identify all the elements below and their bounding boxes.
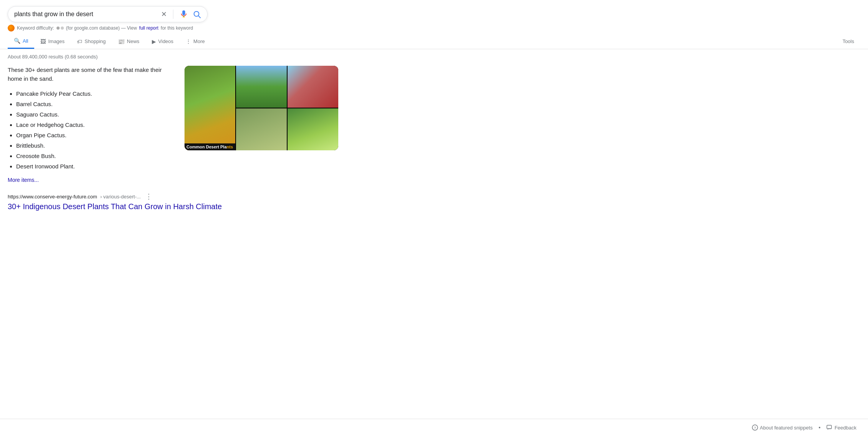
img-cell-cactus-1[interactable]: Common Desert Plants [185, 66, 235, 150]
tab-videos-label: Videos [158, 38, 174, 44]
tab-all[interactable]: 🔍 All [8, 34, 34, 49]
list-item: Creosote Bush. [16, 151, 173, 161]
search-icon[interactable] [193, 10, 201, 18]
kd-logo-icon [8, 25, 15, 32]
microphone-icon[interactable] [180, 10, 188, 18]
videos-tab-icon: ▶ [152, 38, 156, 45]
kd-full-report-link[interactable]: full report [139, 25, 158, 31]
list-item: Pancake Prickly Pear Cactus. [16, 88, 173, 99]
list-item: Saguaro Cactus. [16, 109, 173, 120]
tools-button[interactable]: Tools [836, 35, 860, 48]
keyword-difficulty-bar: Keyword difficulty: (for google.com data… [0, 22, 868, 34]
news-tab-icon: 📰 [118, 38, 125, 45]
clear-icon[interactable]: ✕ [161, 11, 167, 18]
search-area: ✕ [0, 0, 868, 22]
nav-tabs: 🔍 All 🖼 Images 🏷 Shopping 📰 News ▶ Video… [0, 34, 868, 49]
kd-suffix: for this keyword [161, 25, 193, 31]
results-count: About 89,400,000 results (0.68 seconds) [8, 54, 338, 60]
kd-dot [61, 27, 64, 30]
tab-shopping[interactable]: 🏷 Shopping [71, 35, 112, 48]
list-item: Organ Pipe Cactus. [16, 130, 173, 140]
snippet-image-collage: Common Desert Plants [185, 66, 338, 150]
search-input[interactable] [14, 11, 161, 18]
img-cell-cactus-5[interactable] [288, 108, 338, 150]
result-menu-icon[interactable]: ⋮ [145, 192, 152, 201]
tab-more[interactable]: ⋮ More [180, 35, 211, 48]
shopping-tab-icon: 🏷 [77, 38, 82, 45]
tab-videos[interactable]: ▶ Videos [146, 35, 180, 48]
tab-images-label: Images [48, 38, 65, 44]
more-tab-icon: ⋮ [186, 38, 191, 45]
more-items-link[interactable]: More items... [8, 177, 39, 183]
tab-all-label: All [23, 38, 28, 44]
img-cell-cactus-3[interactable] [288, 66, 338, 108]
kd-database-text: (for google.com database) — View [66, 25, 137, 31]
result-title-link[interactable]: 30+ Indigenous Desert Plants That Can Gr… [8, 202, 222, 211]
list-item: Barrel Cactus. [16, 99, 173, 109]
snippet-text: These 30+ desert plants are some of the … [8, 66, 173, 183]
kd-difficulty-dots [57, 27, 64, 30]
list-item: Brittlebush. [16, 140, 173, 151]
img-cell-cactus-4[interactable] [236, 108, 287, 150]
featured-snippet: These 30+ desert plants are some of the … [8, 66, 338, 183]
result-url: https://www.conserve-energy-future.com [8, 194, 97, 200]
search-divider [173, 10, 173, 19]
search-tab-icon: 🔍 [14, 38, 20, 44]
snippet-intro: These 30+ desert plants are some of the … [8, 66, 173, 83]
snippet-list: Pancake Prickly Pear Cactus. Barrel Cact… [8, 88, 173, 171]
kd-dot [57, 27, 60, 30]
results-area: About 89,400,000 results (0.68 seconds) … [0, 49, 346, 227]
result-url-path: › various-desert-... [100, 194, 141, 200]
tab-images[interactable]: 🖼 Images [34, 35, 71, 48]
search-icons: ✕ [161, 10, 201, 19]
search-result-1: https://www.conserve-energy-future.com ›… [8, 192, 338, 211]
tab-news-label: News [127, 38, 140, 44]
tab-more-label: More [193, 38, 205, 44]
list-item: Desert Ironwood Plant. [16, 161, 173, 171]
search-bar: ✕ [8, 6, 208, 22]
img-banner-yellow: nts [227, 145, 233, 149]
img-banner: Common Desert Plants [185, 143, 235, 150]
tab-news[interactable]: 📰 News [112, 35, 146, 48]
kd-label: Keyword difficulty: [17, 25, 54, 31]
result-url-row: https://www.conserve-energy-future.com ›… [8, 192, 338, 201]
list-item: Lace or Hedgehog Cactus. [16, 120, 173, 130]
images-tab-icon: 🖼 [40, 38, 46, 45]
img-cell-cactus-2[interactable] [236, 66, 287, 108]
tab-shopping-label: Shopping [85, 38, 106, 44]
svg-line-1 [198, 16, 200, 18]
